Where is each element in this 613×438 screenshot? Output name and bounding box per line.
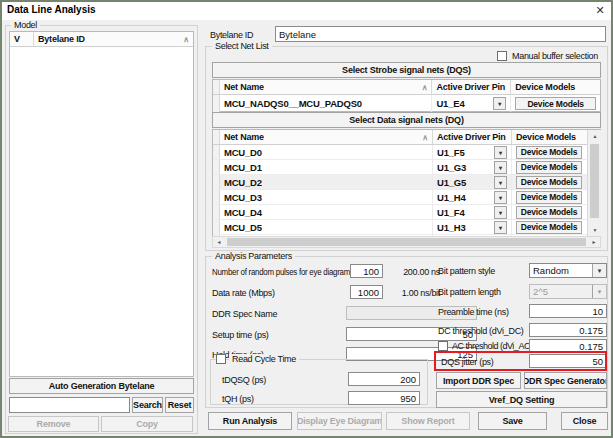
device-models-button[interactable]: Device Models bbox=[516, 191, 582, 204]
table-row[interactable]: MCU_D4U1_F4▾Device Models bbox=[213, 205, 587, 220]
dqs-jitter-input[interactable]: 50 bbox=[529, 354, 607, 368]
row-gutter bbox=[213, 130, 220, 144]
table-row[interactable]: MCU_NADQS0__MCU_PADQS0 U1_E4 ▾ Device Mo… bbox=[213, 95, 600, 113]
run-analysis-button[interactable]: Run Analysis bbox=[208, 412, 292, 430]
dropdown-arrow-icon[interactable]: ▾ bbox=[494, 191, 507, 204]
horizontal-scrollbar[interactable]: ◄ ► bbox=[212, 236, 601, 248]
driver-pin-dropdown[interactable]: U1_F4▾ bbox=[433, 205, 512, 219]
tqh-input[interactable]: 950 bbox=[348, 391, 420, 405]
table-row[interactable]: MCU_D1U1_G3▾Device Models bbox=[213, 160, 587, 175]
data-table: Net Name ∧ Active Driver Pin Device Mode… bbox=[212, 129, 601, 247]
save-button[interactable]: Save bbox=[478, 412, 547, 430]
device-models-button[interactable]: Device Models bbox=[516, 146, 582, 159]
driver-pin-dropdown[interactable]: U1_G3▾ bbox=[433, 160, 512, 174]
table-row[interactable]: MCU_D0U1_F5▾Device Models bbox=[213, 145, 587, 160]
driver-pin-dropdown[interactable]: U1_E4 ▾ bbox=[432, 95, 511, 112]
device-models-button[interactable]: Device Models bbox=[516, 221, 582, 234]
close-icon[interactable]: ✕ bbox=[591, 2, 609, 18]
reset-button[interactable]: Reset bbox=[165, 397, 194, 413]
device-models-button[interactable]: Device Models bbox=[515, 97, 596, 110]
strobe-col-driver-pin[interactable]: Active Driver Pin bbox=[432, 80, 511, 94]
dropdown-arrow-icon[interactable]: ▾ bbox=[494, 161, 507, 174]
scroll-down-icon[interactable]: ▼ bbox=[588, 224, 602, 236]
data-col-net-name[interactable]: Net Name ∧ bbox=[220, 130, 433, 144]
strobe-table-header: Net Name ∧ Active Driver Pin Device Mode… bbox=[213, 80, 600, 95]
tdqsq-input[interactable]: 200 bbox=[348, 372, 420, 386]
bit-pattern-length-combo[interactable]: 2^5 ▾ bbox=[529, 284, 607, 299]
vref-dq-setting-button[interactable]: Vref_DQ Setting bbox=[436, 391, 607, 408]
close-button[interactable]: Close bbox=[561, 412, 608, 430]
auto-generation-bytelane-button[interactable]: Auto Generation Bytelane bbox=[9, 378, 194, 394]
window-title: Data Line Analysis bbox=[7, 4, 96, 15]
dc-threshold-label: DC threshold (dVi_DC) bbox=[438, 326, 524, 336]
strobe-table: Net Name ∧ Active Driver Pin Device Mode… bbox=[212, 79, 601, 112]
dropdown-arrow-icon[interactable]: ▾ bbox=[493, 97, 506, 110]
dropdown-arrow-icon: ▾ bbox=[592, 285, 606, 298]
search-input[interactable] bbox=[9, 397, 130, 413]
vertical-scrollbar[interactable]: ▲ ▼ bbox=[587, 130, 601, 236]
data-section-header[interactable]: Select Data signal nets (DQ) bbox=[212, 112, 601, 128]
bit-pattern-style-combo[interactable]: Random ▾ bbox=[529, 263, 607, 278]
strobe-col-device-models[interactable]: Device Models bbox=[511, 80, 600, 94]
dropdown-arrow-icon[interactable]: ▾ bbox=[494, 176, 507, 189]
scrollbar-thumb[interactable] bbox=[590, 144, 599, 218]
column-header-visibility[interactable]: V bbox=[10, 32, 34, 46]
column-header-bytelane-id[interactable]: Bytelane ID ∧ bbox=[34, 32, 193, 46]
device-models-button[interactable]: Device Models bbox=[516, 206, 582, 219]
display-eye-diagram-button[interactable]: Display Eye Diagram bbox=[297, 412, 382, 430]
remove-button[interactable]: Remove bbox=[8, 416, 99, 432]
sort-ascending-icon: ∧ bbox=[422, 133, 428, 142]
copy-button[interactable]: Copy bbox=[101, 416, 193, 432]
search-button[interactable]: Search bbox=[132, 397, 163, 413]
strobe-section-header[interactable]: Select Strobe signal nets (DQS) bbox=[212, 62, 601, 78]
show-report-button[interactable]: Show Report bbox=[386, 412, 470, 430]
row-gutter bbox=[213, 220, 220, 234]
ac-threshold-checkbox[interactable] bbox=[438, 341, 448, 351]
preamble-time-input[interactable]: 10 bbox=[529, 304, 607, 318]
dropdown-arrow-icon[interactable]: ▾ bbox=[494, 206, 507, 219]
dropdown-arrow-icon[interactable]: ▾ bbox=[494, 221, 507, 234]
dropdown-arrow-icon[interactable]: ▾ bbox=[494, 146, 507, 159]
data-rate-label: Data rate (Mbps) bbox=[212, 288, 275, 298]
ac-threshold-label: AC threshold (dVi_AC) bbox=[452, 341, 532, 351]
driver-pin-dropdown[interactable]: U1_H4▾ bbox=[433, 190, 512, 204]
dropdown-arrow-icon[interactable]: ▾ bbox=[592, 264, 606, 277]
driver-pin-dropdown[interactable]: U1_F5▾ bbox=[433, 145, 512, 159]
bit-pattern-length-label: Bit pattern length bbox=[438, 287, 501, 297]
dc-threshold-input[interactable]: 0.175 bbox=[529, 323, 607, 337]
bytelane-id-input[interactable]: Bytelane bbox=[275, 26, 606, 42]
model-group-label: Model bbox=[11, 20, 40, 30]
table-row[interactable]: MCU_D2U1_G5▾Device Models bbox=[213, 175, 587, 190]
pulses-input[interactable]: 100 bbox=[350, 264, 383, 278]
ddr-spec-generator-button[interactable]: DDR Spec Generator bbox=[524, 372, 607, 389]
setup-time-label: Setup time (ps) bbox=[212, 330, 269, 340]
table-row[interactable]: MCU_D5U1_H3▾Device Models bbox=[213, 220, 587, 235]
driver-pin-dropdown[interactable]: U1_H3▾ bbox=[433, 220, 512, 234]
pulses-suffix: 200.00 ns bbox=[385, 267, 440, 277]
bytelane-list[interactable]: V Bytelane ID ∧ bbox=[9, 31, 194, 377]
ac-threshold-input[interactable]: 0.175 bbox=[529, 339, 607, 353]
table-row[interactable]: MCU_D3U1_H4▾Device Models bbox=[213, 190, 587, 205]
device-models-button[interactable]: Device Models bbox=[516, 161, 582, 174]
read-cycle-time-checkbox[interactable] bbox=[216, 354, 226, 364]
manual-buffer-checkbox[interactable] bbox=[497, 51, 507, 61]
device-models-cell: Device Models bbox=[512, 190, 586, 204]
device-models-cell: Device Models bbox=[512, 145, 586, 159]
tqh-label: tQH (ps) bbox=[222, 394, 254, 404]
data-rate-input[interactable]: 1000 bbox=[350, 285, 383, 299]
data-col-driver-pin[interactable]: Active Driver Pin bbox=[433, 130, 512, 144]
device-models-button[interactable]: Device Models bbox=[516, 176, 582, 189]
scroll-up-icon[interactable]: ▲ bbox=[588, 130, 602, 142]
row-gutter bbox=[213, 160, 220, 174]
scrollbar-thumb[interactable] bbox=[227, 238, 586, 246]
driver-pin-dropdown[interactable]: U1_G5▾ bbox=[433, 175, 512, 189]
tdqsq-label: tDQSQ (ps) bbox=[222, 375, 266, 385]
bytelane-list-header: V Bytelane ID ∧ bbox=[10, 32, 193, 47]
scroll-right-icon[interactable]: ► bbox=[588, 237, 600, 247]
net-name-cell: MCU_D2 bbox=[220, 175, 433, 189]
import-ddr-spec-button[interactable]: Import DDR Spec bbox=[436, 372, 521, 389]
scroll-left-icon[interactable]: ◄ bbox=[213, 237, 225, 247]
row-gutter bbox=[213, 95, 220, 112]
data-col-device-models[interactable]: Device Models bbox=[512, 130, 586, 144]
strobe-col-net-name[interactable]: Net Name ∧ bbox=[220, 80, 432, 94]
